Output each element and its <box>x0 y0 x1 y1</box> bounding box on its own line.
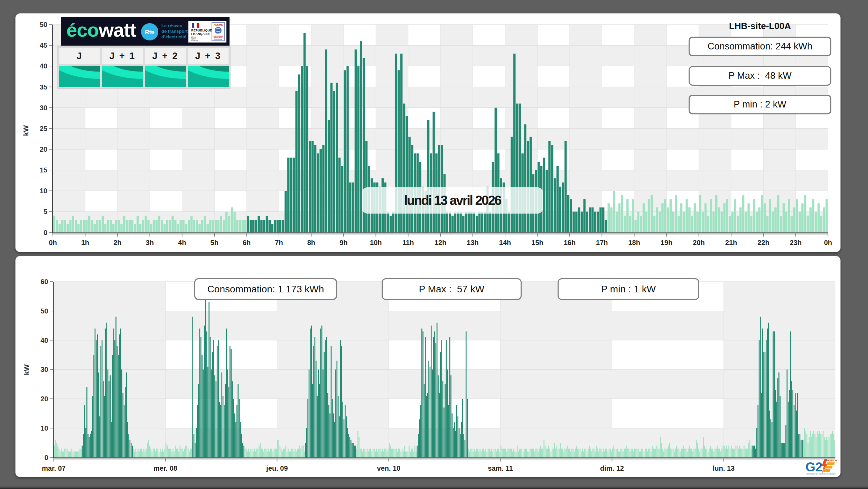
svg-text:0: 0 <box>44 229 47 236</box>
svg-text:Fraternité: Fraternité <box>191 40 198 41</box>
svg-text:kW: kW <box>22 125 30 136</box>
svg-text:15: 15 <box>40 166 47 174</box>
svg-text:18h: 18h <box>628 239 640 246</box>
svg-text:20h: 20h <box>693 239 704 246</box>
svg-text:14h: 14h <box>499 239 511 246</box>
svg-text:3h: 3h <box>146 239 154 246</box>
svg-text:60: 60 <box>40 278 48 285</box>
svg-text:12h: 12h <box>435 239 446 246</box>
svg-text:50: 50 <box>40 307 48 315</box>
svg-text:15h: 15h <box>531 239 543 246</box>
svg-text:ADEME: ADEME <box>214 23 223 26</box>
svg-text:21h: 21h <box>725 239 737 246</box>
svg-text:23h: 23h <box>790 239 802 246</box>
svg-text:10: 10 <box>40 424 48 432</box>
svg-text:RÉPUBLIQUE: RÉPUBLIQUE <box>191 28 212 32</box>
svg-text:10: 10 <box>40 187 47 195</box>
svg-text:10h: 10h <box>370 239 382 246</box>
svg-text:25: 25 <box>40 125 47 132</box>
svg-text:mer. 08: mer. 08 <box>153 464 177 472</box>
svg-text:FRANÇAISE: FRANÇAISE <box>191 32 210 36</box>
svg-text:ÉCOLOGIQUE: ÉCOLOGIQUE <box>214 38 223 40</box>
svg-text:45: 45 <box>40 41 47 49</box>
svg-text:dim. 12: dim. 12 <box>600 464 624 472</box>
svg-text:G2: G2 <box>806 460 822 474</box>
svg-text:9h: 9h <box>339 239 347 246</box>
svg-text:ven. 10: ven. 10 <box>377 464 401 472</box>
svg-text:5h: 5h <box>211 239 218 246</box>
svg-text:17h: 17h <box>596 239 608 246</box>
svg-text:kW: kW <box>22 364 30 375</box>
svg-text:0h: 0h <box>824 239 832 246</box>
svg-text:13h: 13h <box>467 239 478 246</box>
svg-text:11h: 11h <box>402 239 414 246</box>
svg-text:16h: 16h <box>564 239 576 246</box>
svg-text:1h: 1h <box>81 239 89 246</box>
svg-text:4h: 4h <box>178 239 186 246</box>
svg-text:Optimisation des ressources én: Optimisation des ressources énergétiques <box>806 473 836 475</box>
svg-text:FRANCE: FRANCE <box>825 459 837 462</box>
svg-text:40: 40 <box>40 62 47 70</box>
svg-text:0h: 0h <box>49 239 57 246</box>
svg-text:8h: 8h <box>307 239 315 246</box>
svg-text:sam. 11: sam. 11 <box>488 464 513 472</box>
svg-text:30: 30 <box>40 366 48 373</box>
svg-text:0: 0 <box>44 454 48 461</box>
svg-text:20: 20 <box>40 145 47 153</box>
svg-text:lun. 13: lun. 13 <box>713 464 735 472</box>
svg-text:AGENCE DE LA: AGENCE DE LA <box>213 36 223 37</box>
svg-text:50: 50 <box>40 21 47 28</box>
svg-text:22h: 22h <box>757 239 769 246</box>
svg-text:TRANSITION: TRANSITION <box>214 37 222 39</box>
svg-text:7h: 7h <box>275 239 283 246</box>
svg-text:mar. 07: mar. 07 <box>42 464 66 472</box>
svg-text:30: 30 <box>40 104 47 112</box>
svg-text:Rte: Rte <box>145 29 154 36</box>
svg-text:6h: 6h <box>243 239 251 246</box>
svg-text:19h: 19h <box>661 239 672 246</box>
svg-text:2h: 2h <box>113 239 121 246</box>
svg-text:5: 5 <box>44 208 47 215</box>
svg-text:40: 40 <box>40 337 48 344</box>
svg-text:jeu. 09: jeu. 09 <box>266 464 288 472</box>
svg-text:20: 20 <box>40 395 48 403</box>
svg-text:35: 35 <box>40 83 47 91</box>
